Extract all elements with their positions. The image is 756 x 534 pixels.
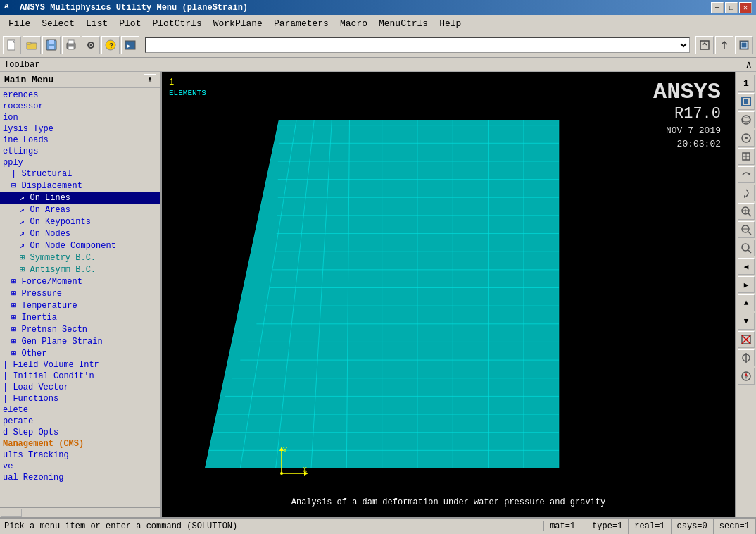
toolbar-save[interactable]	[42, 36, 61, 54]
tree-item-initial-condit[interactable]: | Initial Condit'n	[0, 371, 160, 382]
right-btn-compass[interactable]	[738, 368, 755, 385]
menu-plotctrls[interactable]: PlotCtrls	[146, 17, 207, 30]
toolbar-btn-extra1[interactable]	[695, 36, 714, 54]
tree-item-processor[interactable]: rocessor	[0, 101, 160, 112]
tree-item-ve[interactable]: ve	[0, 461, 160, 472]
tree-item-inertia[interactable]: ⊞ Inertia	[0, 311, 160, 323]
right-btn-zoom-out[interactable]	[738, 221, 755, 238]
tree-item-symmetry-bc[interactable]: ⊞ Symmetry B.C.	[0, 252, 160, 263]
tree-item-delete[interactable]: elete	[0, 404, 160, 416]
tree-item-on-keypoints[interactable]: ↗ On Keypoints	[0, 216, 160, 228]
svg-text:?: ?	[109, 42, 113, 50]
menu-plot[interactable]: Plot	[113, 17, 146, 30]
svg-rect-15	[700, 41, 709, 49]
tree-item-antisymm-bc[interactable]: ⊞ Antisymm B.C.	[0, 263, 160, 275]
svg-rect-7	[68, 40, 74, 44]
main-menu-collapse[interactable]: ∧	[144, 74, 156, 85]
right-btn-pan-up[interactable]: ▲	[738, 294, 755, 311]
toolbar-open[interactable]	[23, 36, 41, 54]
tree-item-on-node-component[interactable]: ↗ On Node Component	[0, 240, 160, 252]
tree-item-field-volume[interactable]: | Field Volume Intr	[0, 359, 160, 371]
tree-item-structural[interactable]: | Structural	[0, 168, 160, 180]
svg-rect-2	[27, 42, 31, 44]
tree-item-analysis-type[interactable]: lysis Type	[0, 123, 160, 135]
horizontal-scrollbar[interactable]	[0, 507, 160, 517]
tree-item-on-nodes[interactable]: ↗ On Nodes	[0, 228, 160, 240]
tree-item-rezoning[interactable]: ual Rezoning	[0, 472, 160, 483]
tree-item-load-vector[interactable]: | Load Vector	[0, 382, 160, 393]
tree-item-management-cms[interactable]: Management (CMS)	[0, 438, 160, 449]
viewport-number: 1	[169, 77, 174, 87]
toolbar-dropdown[interactable]	[145, 37, 690, 53]
tree-item-load-step-opts[interactable]: d Step Opts	[0, 427, 160, 438]
svg-line-77	[748, 250, 751, 253]
tree-item-temperature[interactable]: ⊞ Temperature	[0, 299, 160, 311]
toolbar-cmd[interactable]: ▶	[121, 36, 139, 54]
tree-item-other[interactable]: ⊞ Other	[0, 347, 160, 359]
status-main-text: Pick a menu item or enter a command (SOL…	[0, 521, 544, 531]
right-btn-rotate-x[interactable]	[738, 166, 755, 183]
tree-item-gen-plane-strain[interactable]: ⊞ Gen Plane Strain	[0, 335, 160, 347]
menu-menuctrls[interactable]: MenuCtrls	[373, 17, 434, 30]
svg-point-60	[742, 116, 750, 124]
tree-item-line-loads[interactable]: ine Loads	[0, 135, 160, 146]
tree-item-pressure[interactable]: ⊞ Pressure	[0, 287, 160, 299]
tree-item-force-moment[interactable]: ⊞ Force/Moment	[0, 275, 160, 287]
svg-line-70	[748, 213, 751, 216]
main-content: Main Menu ∧ erences rocessor ion lysis T…	[0, 72, 756, 517]
menu-list[interactable]: List	[80, 17, 113, 30]
toolbar-btn-extra3[interactable]	[735, 36, 753, 54]
right-btn-zoom-in[interactable]	[738, 203, 755, 220]
menu-file[interactable]: File	[3, 17, 36, 30]
right-btn-settings2[interactable]	[738, 349, 755, 366]
left-panel: Main Menu ∧ erences rocessor ion lysis T…	[0, 72, 162, 517]
toolbar-settings[interactable]	[82, 36, 100, 54]
right-btn-pan-left[interactable]: ◀	[738, 258, 755, 275]
main-menu-title: Main Menu	[4, 75, 53, 85]
menu-macro[interactable]: Macro	[334, 17, 373, 30]
toolbar-collapse-icon[interactable]: ∧	[746, 58, 752, 70]
svg-point-63	[745, 137, 748, 139]
minimize-button[interactable]: ─	[711, 2, 724, 13]
right-btn-view4[interactable]	[738, 148, 755, 165]
tree-item-operate[interactable]: perate	[0, 416, 160, 427]
svg-point-76	[742, 244, 749, 251]
menu-tree[interactable]: erences rocessor ion lysis Type ine Load…	[0, 88, 160, 507]
right-btn-view1[interactable]	[738, 93, 755, 110]
toolbar-btn-extra2[interactable]	[715, 36, 733, 54]
tree-item-settings[interactable]: ettings	[0, 146, 160, 157]
scrollbar-thumb[interactable]	[1, 509, 22, 517]
right-btn-reset[interactable]	[738, 331, 755, 348]
tree-item-apply[interactable]: pply	[0, 157, 160, 168]
status-secn: secn=1	[714, 519, 756, 534]
right-btn-pan-right[interactable]: ▶	[738, 276, 755, 293]
menu-select[interactable]: Select	[36, 17, 80, 30]
status-type: type=1	[586, 519, 629, 534]
tree-item-functions[interactable]: | Functions	[0, 393, 160, 404]
status-mat: mat=1	[544, 519, 586, 534]
maximize-button[interactable]: □	[725, 2, 738, 13]
right-btn-view2[interactable]	[738, 111, 755, 128]
right-btn-pan-down[interactable]: ▼	[738, 313, 755, 330]
tree-item-preferences[interactable]: erences	[0, 89, 160, 101]
right-btn-zoom-fit[interactable]	[738, 240, 755, 256]
tree-item-on-lines[interactable]: ↗ On Lines	[0, 192, 160, 204]
right-btn-1[interactable]: 1	[738, 75, 755, 92]
toolbar-print[interactable]	[62, 36, 80, 54]
menu-workplane[interactable]: WorkPlane	[208, 17, 268, 30]
viewport[interactable]: 1 ELEMENTS ANSYS R17.0 NOV 7 2019 20:03:…	[162, 72, 735, 517]
close-button[interactable]: ✕	[739, 2, 752, 13]
toolbar-label: Toolbar	[4, 60, 39, 70]
tree-item-ion[interactable]: ion	[0, 112, 160, 123]
menu-help[interactable]: Help	[434, 17, 467, 30]
toolbar-new[interactable]	[3, 36, 21, 54]
toolbar-help[interactable]: ?	[101, 36, 120, 54]
svg-point-61	[742, 118, 750, 122]
menu-parameters[interactable]: Parameters	[268, 17, 334, 30]
tree-item-on-areas[interactable]: ↗ On Areas	[0, 204, 160, 216]
tree-item-displacement[interactable]: ⊟ Displacement	[0, 180, 160, 192]
right-btn-rotate-y[interactable]	[738, 185, 755, 201]
tree-item-pretnsn-sectn[interactable]: ⊞ Pretnsn Sectn	[0, 323, 160, 335]
right-btn-view3[interactable]	[738, 130, 755, 147]
tree-item-results-tracking[interactable]: ults Tracking	[0, 449, 160, 461]
